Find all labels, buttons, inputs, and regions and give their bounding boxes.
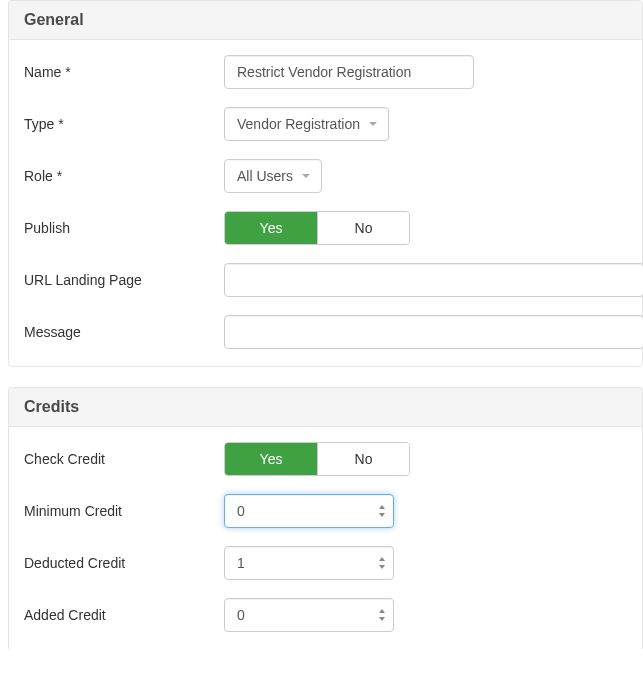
publish-no-button[interactable]: No [317, 212, 409, 244]
check-credit-label: Check Credit [24, 451, 224, 467]
deducted-credit-label: Deducted Credit [24, 555, 224, 571]
general-heading-text: General [24, 11, 627, 29]
message-label: Message [24, 324, 224, 340]
minimum-credit-stepper [224, 494, 394, 528]
chevron-down-icon [368, 119, 378, 129]
spinner-icon[interactable] [376, 553, 388, 573]
publish-yes-button[interactable]: Yes [225, 212, 317, 244]
name-input[interactable] [224, 55, 474, 89]
publish-label: Publish [24, 220, 224, 236]
url-landing-input[interactable] [224, 263, 643, 297]
type-select[interactable]: Vendor Registration [224, 107, 389, 141]
minimum-credit-row: Minimum Credit [9, 494, 642, 528]
check-credit-yes-button[interactable]: Yes [225, 443, 317, 475]
added-credit-label: Added Credit [24, 607, 224, 623]
check-credit-toggle: Yes No [224, 442, 410, 476]
role-select[interactable]: All Users [224, 159, 322, 193]
added-credit-stepper [224, 598, 394, 632]
added-credit-input[interactable] [224, 598, 394, 632]
type-label: Type * [24, 116, 224, 132]
check-credit-no-button[interactable]: No [317, 443, 409, 475]
name-row: Name * [9, 55, 642, 89]
general-heading: General [9, 1, 642, 40]
message-row: Message [9, 315, 642, 349]
minimum-credit-input[interactable] [224, 494, 394, 528]
credits-heading: Credits [9, 388, 642, 427]
deducted-credit-row: Deducted Credit [9, 546, 642, 580]
role-select-text: All Users [237, 168, 293, 184]
url-landing-row: URL Landing Page [9, 263, 642, 297]
deducted-credit-input[interactable] [224, 546, 394, 580]
credits-panel: Credits Check Credit Yes No Minimum Cred… [8, 387, 643, 649]
spinner-icon[interactable] [376, 605, 388, 625]
minimum-credit-label: Minimum Credit [24, 503, 224, 519]
spinner-icon[interactable] [376, 501, 388, 521]
name-label: Name * [24, 64, 224, 80]
credits-heading-text: Credits [24, 398, 627, 416]
type-row: Type * Vendor Registration [9, 107, 642, 141]
publish-row: Publish Yes No [9, 211, 642, 245]
role-row: Role * All Users [9, 159, 642, 193]
deducted-credit-stepper [224, 546, 394, 580]
check-credit-row: Check Credit Yes No [9, 442, 642, 476]
url-landing-label: URL Landing Page [24, 272, 224, 288]
credits-body: Check Credit Yes No Minimum Credit [9, 427, 642, 649]
publish-toggle: Yes No [224, 211, 410, 245]
added-credit-row: Added Credit [9, 598, 642, 632]
chevron-down-icon [301, 171, 311, 181]
role-label: Role * [24, 168, 224, 184]
general-panel: General Name * Type * Vendor Registratio… [8, 0, 643, 367]
message-input[interactable] [224, 315, 643, 349]
type-select-text: Vendor Registration [237, 116, 360, 132]
general-body: Name * Type * Vendor Registration Role * [9, 40, 642, 366]
